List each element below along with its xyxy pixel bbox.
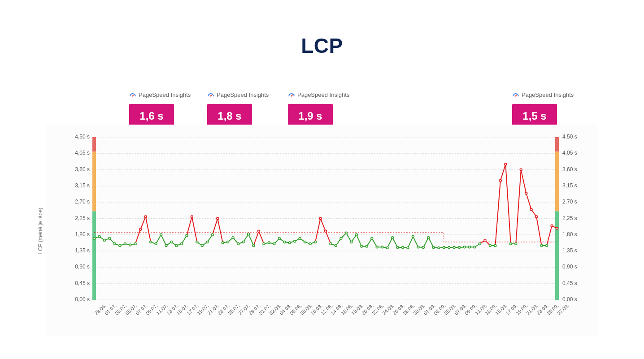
svg-point-154 <box>294 240 296 242</box>
svg-point-188 <box>469 246 471 248</box>
svg-point-184 <box>448 247 450 249</box>
psi-label-2: PageSpeed Insights <box>207 91 269 98</box>
y-tick-right: 3,60 s <box>562 166 577 173</box>
svg-point-157 <box>309 243 311 245</box>
svg-point-134 <box>191 216 193 218</box>
svg-point-131 <box>175 245 178 247</box>
svg-point-135 <box>196 241 198 243</box>
svg-point-190 <box>479 243 481 245</box>
svg-line-86 <box>408 237 413 248</box>
svg-line-5 <box>292 95 293 96</box>
y-tick: 0,00 s <box>69 296 90 303</box>
y-tick-right: 0,90 s <box>562 264 577 270</box>
svg-point-146 <box>252 245 255 247</box>
svg-line-74 <box>346 233 351 242</box>
y-tick: 0,90 s <box>69 264 90 270</box>
y-tick-right: 1,35 s <box>562 247 577 254</box>
svg-point-140 <box>222 242 224 244</box>
svg-point-196 <box>509 243 512 245</box>
svg-point-173 <box>392 237 394 239</box>
y-tick: 0,45 s <box>69 280 90 286</box>
svg-point-139 <box>217 217 219 220</box>
svg-point-132 <box>181 243 183 245</box>
svg-point-161 <box>330 243 332 245</box>
svg-line-7 <box>516 95 517 96</box>
y-tick-right: 3,15 s <box>562 182 577 189</box>
svg-point-181 <box>432 247 435 249</box>
svg-point-147 <box>258 230 260 232</box>
svg-rect-24 <box>555 211 559 300</box>
svg-point-192 <box>489 245 492 247</box>
y-tick: 4,50 s <box>69 134 90 140</box>
svg-point-159 <box>319 217 322 220</box>
svg-point-165 <box>350 241 352 243</box>
svg-line-56 <box>253 231 258 246</box>
y-tick-right: 2,25 s <box>562 215 577 221</box>
y-tick: 3,15 s <box>69 182 90 189</box>
svg-line-79 <box>372 238 377 247</box>
svg-point-202 <box>540 245 543 247</box>
psi-text: PageSpeed Insights <box>297 91 349 98</box>
svg-line-83 <box>392 238 397 247</box>
svg-line-108 <box>521 170 526 193</box>
svg-point-138 <box>211 234 213 236</box>
y-tick: 1,35 s <box>69 247 90 254</box>
svg-point-180 <box>427 237 430 239</box>
svg-point-158 <box>314 241 317 243</box>
svg-point-156 <box>304 241 306 243</box>
svg-point-191 <box>484 239 486 242</box>
svg-point-203 <box>546 245 548 247</box>
svg-line-38 <box>161 235 166 246</box>
svg-point-195 <box>505 163 507 165</box>
svg-line-103 <box>495 181 500 246</box>
psi-label-1: PageSpeed Insights <box>129 91 191 98</box>
svg-point-133 <box>186 234 188 237</box>
svg-point-163 <box>340 237 342 239</box>
svg-point-150 <box>273 243 275 245</box>
svg-point-116 <box>98 235 100 238</box>
svg-point-178 <box>417 246 419 248</box>
svg-line-76 <box>357 235 361 247</box>
svg-line-105 <box>505 164 510 244</box>
svg-point-153 <box>288 242 291 244</box>
psi-text: PageSpeed Insights <box>522 91 574 98</box>
svg-point-141 <box>227 241 229 243</box>
chart-panel: LCP (méně je lépe) 0,00 s0,00 s0,45 s0,4… <box>46 125 598 337</box>
gauge-icon <box>512 91 519 98</box>
svg-point-148 <box>263 243 265 245</box>
page-title: LCP <box>0 34 644 58</box>
svg-point-119 <box>113 243 116 245</box>
svg-point-167 <box>361 245 363 247</box>
psi-label-3: PageSpeed Insights <box>288 91 349 98</box>
svg-point-120 <box>119 245 121 247</box>
svg-line-55 <box>248 234 253 246</box>
y-tick-right: 4,50 s <box>562 134 577 140</box>
svg-rect-22 <box>555 137 559 151</box>
svg-point-164 <box>345 232 347 234</box>
svg-line-89 <box>423 238 428 247</box>
svg-point-137 <box>206 241 209 243</box>
svg-point-182 <box>438 247 440 249</box>
svg-point-162 <box>335 245 337 247</box>
svg-point-118 <box>109 237 111 239</box>
y-tick-right: 0,45 s <box>562 280 577 286</box>
gauge-icon <box>129 91 136 98</box>
svg-point-128 <box>160 234 162 236</box>
psi-text: PageSpeed Insights <box>139 91 191 98</box>
svg-point-194 <box>499 179 501 182</box>
svg-point-193 <box>494 245 496 247</box>
svg-point-152 <box>283 241 286 243</box>
svg-line-1 <box>133 95 134 96</box>
svg-point-149 <box>268 242 270 244</box>
svg-line-109 <box>526 193 531 209</box>
svg-point-121 <box>124 243 126 245</box>
svg-line-69 <box>321 219 326 231</box>
svg-point-200 <box>530 208 532 211</box>
svg-line-113 <box>547 226 552 246</box>
svg-point-145 <box>248 233 250 235</box>
svg-point-136 <box>201 245 203 247</box>
y-tick-right: 1,80 s <box>562 231 577 238</box>
svg-line-70 <box>326 231 331 244</box>
svg-line-35 <box>146 216 151 242</box>
svg-point-197 <box>515 243 517 245</box>
